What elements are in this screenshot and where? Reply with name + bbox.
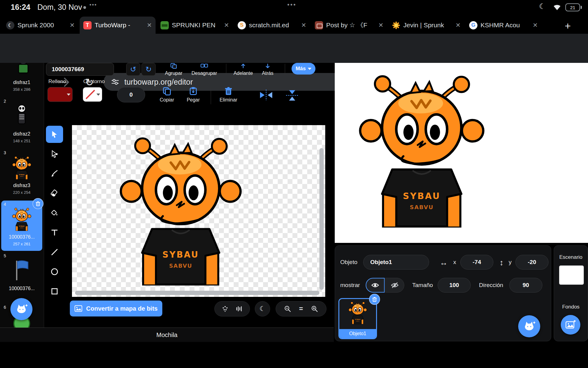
- delete-sprite-button[interactable]: [369, 294, 380, 305]
- levels-icon[interactable]: [236, 305, 243, 312]
- convert-bitmap-button[interactable]: Convertir a mapa de bits: [70, 301, 162, 316]
- add-backdrop-button[interactable]: [561, 315, 580, 335]
- tool-select[interactable]: [46, 126, 63, 143]
- zoom-in-icon[interactable]: [311, 305, 318, 312]
- backward-icon: [265, 63, 271, 69]
- canvas-vertical-scrollbar[interactable]: [319, 148, 324, 290]
- bring-forward-button[interactable]: Adelante: [230, 63, 256, 76]
- costume-index: 5: [4, 253, 6, 258]
- halftone-brush-icon[interactable]: [221, 305, 229, 312]
- costume-item-flag[interactable]: 5 10000376...: [1, 252, 42, 302]
- tool-eraser[interactable]: [46, 185, 63, 202]
- stage-selector-panel[interactable]: Escenario Fondos: [554, 245, 588, 341]
- tool-reshape[interactable]: [46, 145, 63, 163]
- tab-close-icon[interactable]: ✕: [224, 21, 229, 29]
- more-button[interactable]: Más: [292, 63, 315, 75]
- add-costume-button[interactable]: [10, 298, 32, 320]
- eye-icon: [371, 282, 379, 289]
- costume-item-selected[interactable]: 4 10000376... 257 x 261: [1, 201, 42, 251]
- costume-name-input[interactable]: 1000037669: [46, 63, 114, 76]
- add-sprite-button[interactable]: [518, 315, 540, 337]
- stroke-width-input[interactable]: 0: [117, 87, 145, 102]
- cat-plus-icon: [15, 304, 28, 315]
- camera-indicator-icon: [83, 6, 86, 9]
- tool-fill[interactable]: [46, 204, 63, 221]
- eraser-icon: [51, 189, 58, 197]
- tab-close-icon[interactable]: ✕: [70, 21, 75, 29]
- flip-vertical-button[interactable]: [285, 90, 299, 101]
- fill-color-swatch[interactable]: [47, 87, 73, 102]
- chevron-down-icon: [308, 68, 311, 70]
- delete-costume-button[interactable]: [32, 198, 43, 209]
- turbowarp-favicon-icon: T: [83, 21, 92, 29]
- tab-close-icon[interactable]: ✕: [301, 21, 306, 29]
- undo-button[interactable]: ↺: [126, 63, 140, 76]
- tool-rectangle[interactable]: [46, 283, 63, 300]
- backpack-bar[interactable]: Mochila: [0, 328, 334, 342]
- tool-text[interactable]: [46, 224, 63, 241]
- tool-line[interactable]: [46, 243, 63, 261]
- divider: [285, 64, 285, 75]
- costume-item-disfraz3[interactable]: 3 disfraz3 220 x 254: [1, 149, 42, 199]
- group-icon: [170, 63, 177, 69]
- outline-color-swatch[interactable]: [83, 87, 102, 102]
- size-input[interactable]: 100: [438, 278, 471, 293]
- stage-thumbnail[interactable]: [559, 265, 584, 285]
- x-axis-icon: ↔: [440, 258, 448, 267]
- tab-kshmr[interactable]: G KSHMR Acou ✕: [466, 17, 541, 34]
- show-sprite-button[interactable]: [366, 278, 385, 293]
- tab-jevin[interactable]: Jevin | Sprunk ✕: [388, 17, 464, 34]
- stage[interactable]: [335, 63, 588, 243]
- ungroup-icon: [201, 63, 208, 69]
- tab-turbowarp[interactable]: T TurboWarp - ✕: [80, 17, 156, 34]
- ungroup-button[interactable]: Desagrupar: [187, 63, 221, 76]
- paste-button[interactable]: Pegar: [182, 86, 204, 103]
- tab-close-icon[interactable]: ✕: [378, 21, 383, 29]
- tab-post[interactable]: Post by ☆ 《F ✕: [311, 17, 387, 34]
- tab-close-icon[interactable]: ✕: [455, 21, 461, 29]
- y-input[interactable]: -20: [515, 255, 548, 270]
- tool-circle[interactable]: [46, 263, 63, 280]
- costume-item-disfraz1[interactable]: disfraz1 358 x 286: [1, 63, 42, 96]
- tab-sprunki[interactable]: SPRUNKI PEN ✕: [157, 17, 233, 34]
- more-label: Más: [296, 66, 306, 72]
- tab-label: Post by ☆ 《F: [326, 21, 375, 29]
- tool-brush[interactable]: [46, 165, 63, 182]
- zoom-out-icon[interactable]: [284, 305, 291, 312]
- redo-button[interactable]: ↻: [141, 63, 156, 76]
- delete-button[interactable]: Eliminar: [215, 86, 242, 103]
- zoom-controls: =: [276, 301, 326, 316]
- sprite-on-stage[interactable]: [356, 70, 488, 228]
- hide-sprite-button[interactable]: [385, 278, 404, 293]
- paint-canvas[interactable]: [72, 125, 325, 297]
- costume-item-disfraz2[interactable]: 2 disfraz2 148 x 251: [1, 98, 42, 148]
- send-backward-button[interactable]: Atrás: [258, 63, 277, 76]
- canvas-horizontal-scrollbar[interactable]: [75, 291, 319, 295]
- android-navigation-bar: [0, 342, 588, 368]
- flip-horizontal-button[interactable]: [259, 89, 273, 101]
- x-input[interactable]: -74: [460, 255, 493, 270]
- dark-mode-toggle-button[interactable]: ☾: [255, 301, 270, 316]
- post-favicon-icon: [315, 21, 323, 29]
- scratch-favicon-icon: S: [238, 21, 246, 29]
- costume-name: disfraz2: [1, 131, 42, 137]
- url-text[interactable]: turbowarp.org/editor: [124, 78, 193, 86]
- costume-size: 257 x 261: [1, 242, 42, 246]
- direction-input[interactable]: 90: [509, 278, 542, 293]
- tab-label: Sprunk 2000: [17, 21, 66, 29]
- sprite-thumbnail-selected[interactable]: Objeto1: [338, 298, 377, 339]
- sprite-name-input[interactable]: Objeto1: [363, 255, 429, 270]
- reshape-icon: [51, 150, 58, 158]
- tab-scratch[interactable]: S scratch.mit.ed ✕: [234, 17, 310, 34]
- zoom-reset-button[interactable]: =: [299, 305, 303, 313]
- copy-label: Copiar: [160, 97, 174, 103]
- tab-close-icon[interactable]: ✕: [147, 21, 152, 29]
- group-button[interactable]: Agrupar: [161, 63, 187, 76]
- google-favicon-icon: G: [469, 21, 477, 29]
- divider: [211, 88, 211, 104]
- copy-button[interactable]: Copiar: [155, 86, 179, 103]
- new-tab-button[interactable]: +: [561, 19, 575, 33]
- site-settings-icon[interactable]: [111, 78, 119, 86]
- tab-sprunk[interactable]: ☾ Sprunk 2000 ✕: [2, 17, 78, 34]
- tab-close-icon[interactable]: ✕: [533, 21, 538, 29]
